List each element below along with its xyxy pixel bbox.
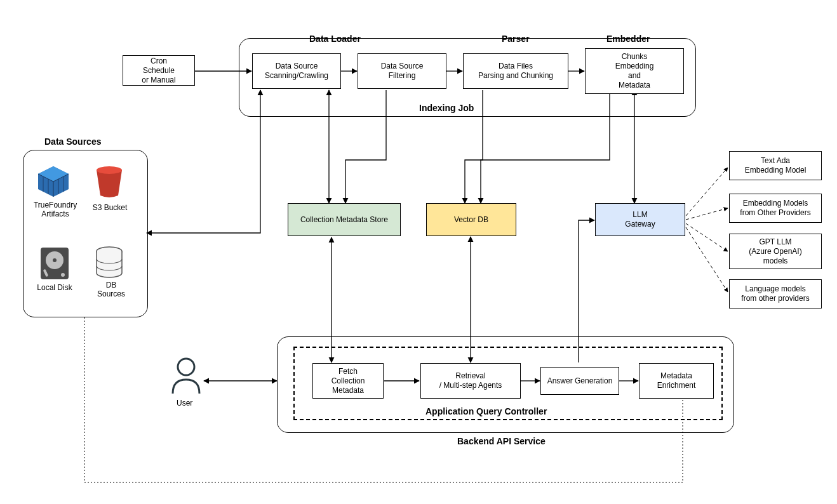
answer-box: Answer Generation [540, 367, 619, 395]
embed-box: Chunks Embedding and Metadata [585, 48, 684, 94]
truefoundry-label: TrueFoundry Artifacts [33, 201, 77, 218]
collection-metadata-store: Collection Metadata Store [288, 203, 401, 236]
controller-label: Application Query Controller [425, 406, 547, 416]
enrich-box: Metadata Enrichment [639, 363, 714, 399]
llm-gateway: LLM Gateway [595, 203, 685, 236]
llm-gpt-box: GPT LLM (Azure OpenAI) models [729, 234, 822, 269]
llm-emb-other-box: Embedding Models from Other Providers [729, 194, 822, 223]
data-loader-label: Data Loader [309, 34, 361, 44]
llm-ada-box: Text Ada Embedding Model [729, 151, 822, 180]
filter-box: Data Source Filtering [358, 53, 446, 89]
svg-point-32 [178, 359, 194, 375]
scan-box: Data Source Scanning/Crawling [252, 53, 341, 89]
fetch-box: Fetch Collection Metadata [312, 363, 384, 399]
user-icon [173, 359, 199, 394]
llm-lang-other-box: Language models from other providers [729, 279, 822, 308]
svg-line-9 [686, 208, 728, 220]
data-sources-label: Data Sources [44, 136, 101, 147]
user-label: User [177, 399, 192, 408]
cron-box: Cron Schedule or Manual [123, 55, 195, 86]
backend-label: Backend API Service [457, 436, 546, 446]
indexing-job-label: Indexing Job [419, 103, 474, 113]
parse-box: Data Files Parsing and Chunking [463, 53, 568, 89]
s3-label: S3 Bucket [91, 203, 129, 212]
data-sources-frame [23, 150, 148, 317]
svg-line-8 [686, 168, 728, 216]
db-label: DB Sources [95, 281, 127, 298]
retrieval-box: Retrieval / Multi-step Agents [420, 363, 521, 399]
parser-label: Parser [502, 34, 530, 44]
embedder-label: Embedder [606, 34, 650, 44]
localdisk-label: Local Disk [36, 283, 74, 292]
svg-line-11 [686, 227, 728, 292]
vector-db: Vector DB [426, 203, 516, 236]
